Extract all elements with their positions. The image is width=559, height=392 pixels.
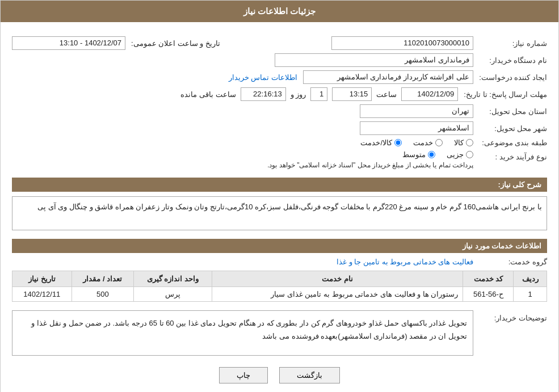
radio-jozi[interactable]: جزیی [447, 150, 473, 159]
saat-mande-label: ساعت باقی مانده [180, 90, 236, 99]
tabaghe-label: طبقه بندی موضوعی: [473, 138, 547, 147]
services-table: ردیف کد خدمت نام خدمت واحد اندازه گیری ت… [12, 271, 547, 302]
radio-kala-khadamat-label: کالا/خدمت [360, 138, 392, 147]
col-tarikh: تاریخ نیاز [12, 271, 72, 287]
cell-tedad: 500 [72, 287, 133, 302]
shahr-value: اسلامشهر [360, 121, 473, 135]
radio-motevaset-input[interactable] [428, 151, 435, 158]
shomareNiaz-value: 1102010073000010 [331, 36, 473, 50]
radio-jozi-input[interactable] [466, 151, 473, 158]
shahr-label: شهر محل تحویل: [473, 124, 547, 133]
shomareNiaz-label: شماره نیاز: [473, 39, 547, 48]
cell-kod: ح-56-561 [463, 287, 514, 302]
namDastgah-label: نام دستگاه خریدار: [473, 56, 547, 65]
col-nam: نام خدمت [212, 271, 463, 287]
tozihat-value: تحویل غذادر باکسهای حمل غذاو خودروهای گر… [12, 310, 473, 356]
page-title: جزئیات اطلاعات نیاز [243, 6, 316, 16]
roz-label: روز و [291, 90, 306, 99]
radio-motevaset[interactable]: متوسط [402, 150, 435, 159]
radio-kala[interactable]: کالا [454, 138, 473, 147]
col-vahed: واحد اندازه گیری [134, 271, 212, 287]
cell-tarikh: 1402/12/11 [12, 287, 72, 302]
farayand-note: پرداخت تمام یا بخشی از مبلغ خریداز محل "… [12, 161, 473, 169]
radio-khadamat-input[interactable] [435, 139, 443, 146]
tozihat-label: توضیحات خریدار: [473, 310, 547, 322]
tarikh-value: 1402/12/07 - 13:10 [12, 36, 125, 50]
mohlat-saat: 13:15 [332, 87, 372, 101]
sharhKoli-value: با برنج ایرانی هاشمی160 گرم خام و سینه م… [12, 196, 547, 230]
groheKhadamat-value[interactable]: فعالیت های خدماتی مربوط به تامین جا و غذ… [337, 258, 473, 266]
ijadKonande-label: ایجاد کننده درخواست: [473, 73, 547, 82]
ijadKonande-value: علی افراشته کاربرداز فرمانداری اسلامشهر [303, 70, 473, 84]
namDastgah-value: فرمانداری اسلامشهر [275, 53, 473, 67]
radio-motevaset-label: متوسط [402, 150, 426, 159]
button-row: بازگشت چاپ [12, 367, 547, 383]
radio-jozi-label: جزیی [447, 150, 464, 159]
col-tedad: تعداد / مقدار [72, 271, 133, 287]
radio-kala-khadamat[interactable]: کالا/خدمت [360, 138, 402, 147]
cell-vahed: پرس [134, 287, 212, 302]
radio-kala-label: کالا [454, 138, 464, 147]
cell-radif: 1 [514, 287, 547, 302]
cell-nam: رستوران ها و فعالیت های خدماتی مربوط به … [212, 287, 463, 302]
services-section-title: اطلاعات خدمات مورد نیاز [12, 239, 547, 253]
contact-info-link[interactable]: اطلاعات تماس خریدار [229, 73, 297, 82]
ostan-label: استان محل تحویل: [473, 107, 547, 116]
saat-label: ساعت [376, 90, 397, 99]
print-button[interactable]: چاپ [219, 367, 268, 383]
radio-khadamat[interactable]: خدمت [413, 138, 443, 147]
table-row: 1 ح-56-561 رستوران ها و فعالیت های خدمات… [12, 287, 547, 302]
col-kod: کد خدمت [463, 271, 514, 287]
tarikh-label: تاریخ و ساعت اعلان عمومی: [125, 39, 220, 48]
radio-kala-khadamat-input[interactable] [394, 139, 402, 146]
mohlat-label: مهلت ارسال پاسخ: تا تاریخ: [458, 90, 547, 99]
mohlat-date: 1402/12/09 [401, 87, 458, 101]
page-header: جزئیات اطلاعات نیاز [1, 1, 558, 22]
radio-kala-input[interactable] [466, 139, 473, 146]
mohlat-roz-value: 1 [310, 87, 327, 101]
radio-khadamat-label: خدمت [413, 138, 433, 147]
groheKhadamat-label: گروه خدمت: [473, 258, 547, 266]
mohlat-saat-mande: 22:16:13 [241, 87, 286, 101]
ostan-value: تهران [360, 104, 473, 118]
sharhKoli-section-title: شرح کلی نیاز: [12, 178, 547, 192]
col-radif: ردیف [514, 271, 547, 287]
noeFarayand-label: نوع فرآیند خرید : [473, 150, 547, 161]
back-button[interactable]: بازگشت [279, 367, 340, 383]
